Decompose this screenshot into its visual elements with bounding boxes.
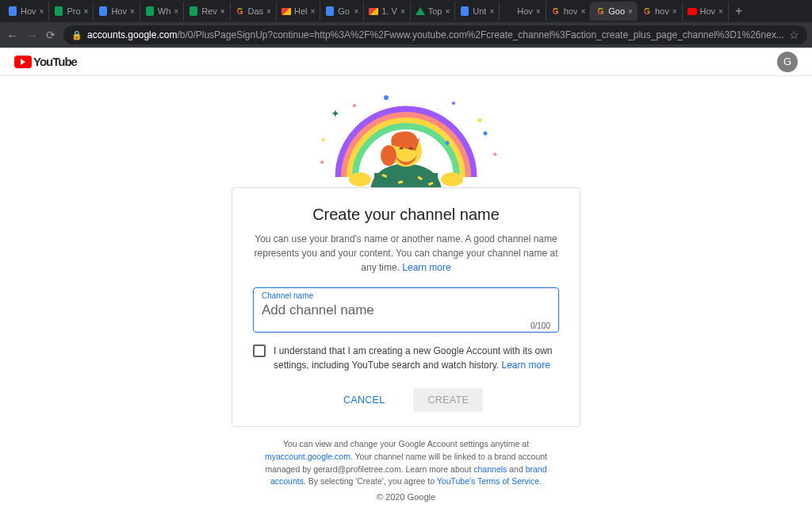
- tab-title: Das: [248, 6, 264, 16]
- tab-favicon: G: [642, 6, 652, 16]
- tab-close-icon[interactable]: ×: [84, 7, 89, 16]
- url-domain: accounts.google.com: [87, 29, 177, 40]
- tab-title: Hov: [21, 6, 36, 16]
- browser-tab[interactable]: Ghov×: [638, 2, 683, 21]
- tab-favicon: G: [236, 6, 245, 16]
- browser-tab[interactable]: GGoo×: [591, 2, 638, 21]
- svg-point-16: [484, 132, 488, 136]
- myaccount-link[interactable]: myaccount.google.com: [265, 452, 350, 461]
- browser-tab[interactable]: Hov×: [683, 2, 729, 21]
- card-title: Create your channel name: [253, 206, 559, 224]
- tab-close-icon[interactable]: ×: [310, 7, 315, 16]
- svg-text:✦: ✦: [492, 150, 498, 159]
- tab-title: Hov: [700, 6, 716, 16]
- svg-point-18: [446, 141, 450, 145]
- channel-name-input[interactable]: [262, 300, 550, 321]
- footnote-text: .: [539, 476, 542, 486]
- lock-icon: 🔒: [71, 30, 82, 40]
- tab-favicon: [416, 6, 425, 16]
- tab-title: Pro: [67, 6, 80, 16]
- tab-close-icon[interactable]: ×: [445, 7, 450, 16]
- tab-close-icon[interactable]: ×: [354, 7, 358, 16]
- browser-tab[interactable]: Go×: [320, 2, 364, 21]
- tab-close-icon[interactable]: ×: [174, 7, 178, 16]
- tab-title: Unt: [473, 6, 486, 16]
- tab-favicon: [369, 6, 378, 16]
- browser-tab[interactable]: Hov×: [94, 2, 140, 21]
- content-wrap: ✦ ✦ ✦ ✦ Create your channel name You can…: [0, 76, 812, 488]
- tab-favicon: [8, 6, 17, 16]
- footnote-text: and: [507, 464, 525, 474]
- tab-close-icon[interactable]: ×: [400, 7, 405, 16]
- address-bar[interactable]: 🔒 accounts.google.com/b/0/PlusPageSignUp…: [63, 25, 807, 44]
- tab-close-icon[interactable]: ×: [628, 7, 633, 16]
- tab-title: Hel: [294, 6, 308, 16]
- tab-favicon: [282, 6, 291, 16]
- tab-title: Top: [428, 6, 442, 16]
- tab-close-icon[interactable]: ×: [130, 7, 135, 16]
- tos-link[interactable]: YouTube's Terms of Service: [437, 476, 539, 486]
- youtube-header: YouTube G: [0, 48, 812, 76]
- browser-tab[interactable]: Rev×: [184, 2, 230, 21]
- tab-title: Goo: [608, 6, 625, 16]
- create-button[interactable]: CREATE: [413, 388, 483, 412]
- youtube-logo-text: YouTube: [33, 55, 77, 68]
- back-button[interactable]: ←: [6, 29, 18, 42]
- cancel-button[interactable]: CANCEL: [329, 388, 400, 412]
- tab-favicon: [54, 6, 63, 16]
- tab-close-icon[interactable]: ×: [672, 7, 677, 16]
- youtube-logo[interactable]: YouTube: [14, 55, 77, 68]
- browser-tab[interactable]: Hov×: [500, 2, 546, 21]
- tab-favicon: [98, 6, 108, 16]
- tab-close-icon[interactable]: ×: [266, 7, 271, 16]
- browser-tab[interactable]: 1. V×: [364, 2, 410, 21]
- tab-close-icon[interactable]: ×: [580, 7, 585, 16]
- tab-close-icon[interactable]: ×: [536, 7, 541, 16]
- char-count: 0/100: [262, 321, 550, 330]
- hero-illustration: ✦ ✦ ✦ ✦: [295, 86, 517, 189]
- tab-favicon: [460, 6, 469, 16]
- browser-tab[interactable]: GDas×: [231, 2, 277, 21]
- button-row: CANCEL CREATE: [253, 388, 559, 412]
- tab-title: hov: [564, 6, 578, 16]
- tab-close-icon[interactable]: ×: [489, 7, 494, 16]
- tab-title: Rev: [201, 6, 217, 16]
- tab-title: Wh: [158, 6, 171, 16]
- svg-text:✦: ✦: [476, 115, 484, 126]
- avatar[interactable]: G: [777, 52, 798, 72]
- consent-learn-more-link[interactable]: Learn more: [502, 360, 550, 371]
- tab-favicon: [145, 6, 155, 16]
- tab-favicon: [189, 6, 198, 16]
- browser-tab[interactable]: Top×: [411, 2, 456, 21]
- browser-tab[interactable]: Hel×: [277, 2, 320, 21]
- reload-button[interactable]: ⟳: [46, 29, 56, 41]
- tab-favicon: G: [596, 6, 605, 16]
- youtube-play-icon: [14, 56, 32, 68]
- tab-title: hov: [655, 6, 669, 16]
- tab-close-icon[interactable]: ×: [40, 7, 44, 16]
- browser-tab[interactable]: Wh×: [140, 2, 184, 21]
- svg-text:✦: ✦: [319, 158, 325, 167]
- footnote-text: You can view and change your Google Acco…: [283, 439, 529, 448]
- create-channel-card: Create your channel name You can use you…: [232, 187, 580, 427]
- tab-close-icon[interactable]: ×: [220, 7, 225, 16]
- tab-title: Hov: [517, 6, 533, 16]
- svg-point-8: [381, 145, 396, 166]
- learn-more-link[interactable]: Learn more: [402, 262, 450, 273]
- svg-point-17: [322, 138, 325, 141]
- tab-title: Hov: [111, 6, 127, 16]
- channels-link[interactable]: channels: [473, 464, 507, 474]
- channel-name-label: Channel name: [262, 291, 550, 300]
- copyright: © 2020 Google: [0, 492, 812, 502]
- consent-text: I understand that I am creating a new Go…: [274, 344, 559, 372]
- tab-close-icon[interactable]: ×: [718, 7, 723, 16]
- channel-name-input-wrap[interactable]: Channel name 0/100: [253, 287, 559, 333]
- browser-tab[interactable]: Ghov×: [546, 2, 592, 21]
- browser-tab[interactable]: Unt×: [455, 2, 500, 21]
- new-tab-button[interactable]: +: [729, 4, 749, 18]
- bookmark-star-icon[interactable]: ☆: [789, 29, 799, 41]
- browser-tab[interactable]: Pro×: [49, 2, 94, 21]
- forward-button[interactable]: →: [26, 29, 38, 42]
- consent-checkbox[interactable]: [253, 344, 266, 357]
- browser-tab[interactable]: Hov×: [3, 2, 49, 21]
